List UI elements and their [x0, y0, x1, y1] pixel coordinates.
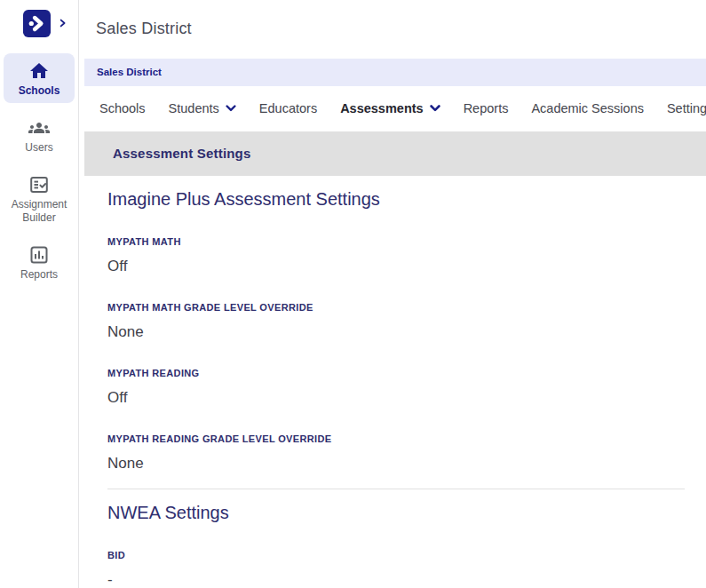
main-area: Sales District Sales District Schools St… [79, 0, 706, 588]
home-icon [28, 60, 50, 82]
tab-label: Settings [667, 101, 706, 115]
tab-label: Students [169, 101, 219, 115]
field-label: MYPATH MATH GRADE LEVEL OVERRIDE [107, 302, 685, 314]
field-value: None [107, 323, 685, 341]
sidebar-item-label: Schools [19, 84, 60, 98]
field-mypath-math: MYPATH MATH Off [107, 236, 685, 275]
breadcrumb-district-link[interactable]: Sales District [97, 67, 162, 77]
tab-assessments[interactable]: Assessments [340, 101, 440, 115]
imagine-plus-settings-heading: Imagine Plus Assessment Settings [107, 189, 685, 210]
chevron-down-icon [226, 105, 236, 112]
section-divider [107, 489, 685, 489]
sidebar-item-assignment-builder[interactable]: Assignment Builder [4, 167, 75, 230]
tab-settings[interactable]: Settings [667, 101, 706, 115]
sidebar: Schools Users [0, 0, 79, 588]
field-mypath-reading-grade-override: MYPATH READING GRADE LEVEL OVERRIDE None [107, 433, 685, 473]
app-window: Schools Users [0, 0, 706, 588]
field-bid: BID - [107, 550, 685, 588]
app-logo-icon[interactable] [23, 10, 51, 37]
field-label: MYPATH MATH [107, 236, 685, 248]
field-value: None [107, 455, 685, 473]
chevron-down-icon [430, 105, 440, 112]
tab-label: Academic Sessions [531, 101, 644, 115]
tab-schools[interactable]: Schools [99, 101, 146, 115]
field-value: Off [107, 389, 685, 407]
breadcrumb: Sales District [84, 59, 706, 86]
assignment-builder-icon [28, 174, 50, 195]
sidebar-expand-icon[interactable] [58, 18, 67, 28]
page-title: Sales District [96, 20, 192, 38]
field-label: BID [107, 550, 685, 561]
tab-bar: Schools Students Educators Assessments R… [79, 86, 706, 131]
sidebar-nav: Schools Users [0, 46, 78, 287]
sidebar-item-label: Assignment Builder [5, 198, 73, 225]
tab-educators[interactable]: Educators [259, 101, 317, 115]
tab-students[interactable]: Students [169, 101, 236, 115]
section-header-title: Assessment Settings [113, 146, 251, 161]
reports-icon [28, 244, 50, 266]
sidebar-item-schools[interactable]: Schools [4, 53, 75, 103]
tab-reports[interactable]: Reports [464, 101, 509, 115]
sidebar-logo-row [0, 0, 78, 46]
field-label: MYPATH READING GRADE LEVEL OVERRIDE [107, 433, 685, 445]
field-value: - [107, 571, 685, 588]
field-mypath-math-grade-override: MYPATH MATH GRADE LEVEL OVERRIDE None [107, 302, 685, 341]
sidebar-item-reports[interactable]: Reports [4, 237, 75, 287]
sidebar-item-label: Reports [20, 268, 58, 282]
topbar: Sales District [79, 0, 706, 59]
sidebar-item-label: Users [25, 141, 52, 155]
tab-label: Schools [99, 101, 146, 115]
sidebar-item-users[interactable]: Users [4, 110, 75, 160]
nwea-settings-heading: NWEA Settings [107, 503, 685, 523]
groups-icon [28, 117, 50, 139]
tab-label: Reports [464, 101, 509, 115]
tab-label: Educators [259, 101, 317, 115]
section-header-bar: Assessment Settings [84, 131, 706, 176]
field-mypath-reading: MYPATH READING Off [107, 368, 685, 407]
field-label: MYPATH READING [107, 368, 685, 379]
tab-academic-sessions[interactable]: Academic Sessions [531, 101, 644, 115]
tab-label: Assessments [340, 101, 424, 115]
settings-content: Imagine Plus Assessment Settings MYPATH … [79, 176, 706, 588]
field-value: Off [107, 258, 685, 275]
